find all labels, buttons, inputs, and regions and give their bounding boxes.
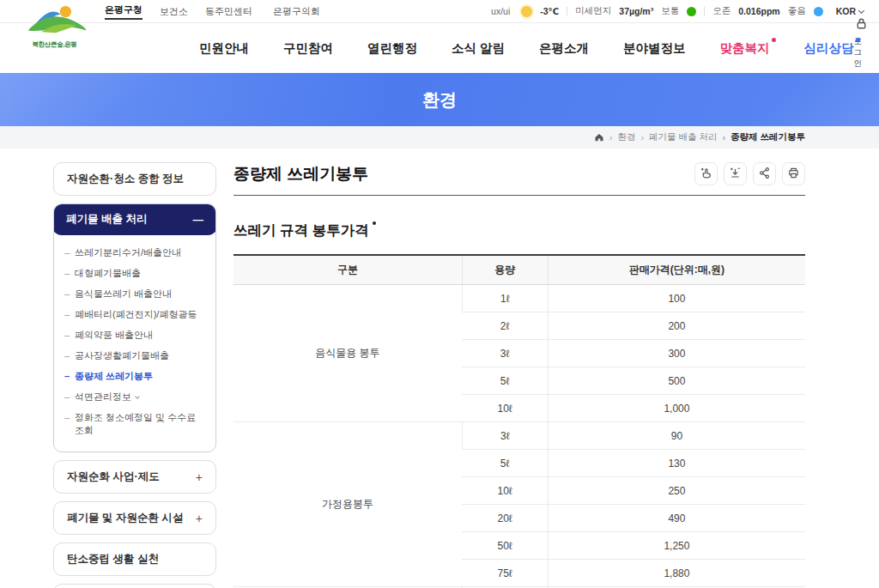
print-icon [787, 167, 800, 182]
table-cell-category: 가정용봉투 [233, 422, 462, 587]
sidebar-subitem-석면관리정보[interactable]: 석면관리정보 [64, 387, 205, 408]
divider [567, 7, 567, 15]
table-cell-price: 500 [548, 367, 805, 395]
sidebar-subitem-정화조 청소예정일 및 수수료 조회[interactable]: 정화조 청소예정일 및 수수료 조회 [64, 408, 205, 442]
scrap-download-button[interactable] [724, 162, 747, 185]
hand-touch-icon [700, 167, 712, 182]
ozone-value: 0.016ppm [738, 6, 779, 16]
table-cell-volume: 2ℓ [462, 312, 548, 340]
breadcrumb-item[interactable]: 종량제 쓰레기봉투 [722, 131, 805, 143]
content: 자원순환·청소 종합 정보폐기물 배출 처리—쓰레기분리수거/배출안내대형폐기물… [53, 162, 805, 588]
sidebar-item-폐기물 및 자원순환 시설[interactable]: 폐기물 및 자원순환 시설+ [53, 501, 216, 535]
logo-text: 북한산큰숲,은평 [14, 40, 95, 49]
section-title: 쓰레기 규격 봉투가격 [233, 221, 369, 240]
sidebar-item-label: 탄소중립 생활 실천 [67, 552, 159, 567]
page-title: 종량제 쓰레기봉투 [233, 163, 368, 185]
page-tools [694, 162, 805, 185]
language-label: KOR [836, 6, 856, 16]
nav-item-열린행정[interactable]: 열린행정 [367, 40, 417, 57]
language-selector[interactable]: KOR [836, 6, 864, 16]
sidebar-subitem-폐의약품 배출안내[interactable]: 폐의약품 배출안내 [64, 325, 205, 346]
table-cell-category: 음식물용 봉투 [233, 285, 462, 422]
dust-status: 보통 [661, 5, 679, 17]
lock-icon [854, 16, 869, 34]
table-cell-price: 100 [548, 285, 805, 312]
sidebar-subitem-공사장생활폐기물배출[interactable]: 공사장생활폐기물배출 [64, 346, 205, 367]
temperature: -3℃ [540, 6, 559, 16]
sidebar-item-무더위쉼터[interactable]: 무더위쉼터 [53, 584, 216, 588]
action-로그인[interactable]: 로그인 [854, 16, 869, 81]
family-site-link[interactable]: 은평구청 [105, 3, 142, 20]
family-site-links: 은평구청보건소동주민센터은평구의회 [105, 3, 320, 20]
main-navigation: 민원안내구민참여열린행정소식 알림은평소개분야별정보맞춤복지심리상담 [199, 40, 854, 57]
sidebar-group-header[interactable]: 폐기물 배출 처리— [53, 203, 216, 235]
table-cell-price: 90 [548, 422, 805, 450]
sidebar-subitem-음식물쓰레기 배출안내[interactable]: 음식물쓰레기 배출안내 [64, 284, 205, 305]
table-cell-price: 1,250 [548, 532, 805, 560]
sidebar-group-폐기물 배출 처리: 폐기물 배출 처리—쓰레기분리수거/배출안내대형폐기물배출음식물쓰레기 배출안내… [53, 203, 216, 452]
table-header-row: 구분용량판매가격(단위:매,원) [233, 255, 805, 285]
family-site-link[interactable]: 동주민센터 [205, 5, 252, 18]
table-cell-price: 490 [548, 505, 805, 532]
sidebar-subitem-쓰레기분리수거/배출안내[interactable]: 쓰레기분리수거/배출안내 [64, 243, 205, 264]
family-site-label: 은평구의회 [273, 5, 320, 18]
plus-icon: + [196, 512, 203, 525]
sidebar-item-자원순환·청소 종합 정보[interactable]: 자원순환·청소 종합 정보 [53, 162, 216, 196]
site-logo[interactable]: 북한산큰숲,은평 [14, 4, 95, 49]
utility-bar: 은평구청보건소동주민센터은평구의회 ux/ui -3℃ 미세먼지 37µg/m³… [0, 0, 879, 23]
table-cell-volume: 10ℓ [462, 395, 548, 422]
sidebar-submenu: 쓰레기분리수거/배출안내대형폐기물배출음식물쓰레기 배출안내폐배터리(폐건전지)… [54, 234, 215, 452]
breadcrumb-items: 환경폐기물 배출 처리종량제 쓰레기봉투 [609, 131, 805, 143]
breadcrumb-item[interactable]: 환경 [609, 131, 636, 143]
sidebar-subitem-종량제 쓰레기봉투[interactable]: 종량제 쓰레기봉투 [64, 367, 205, 387]
ux-label: ux/ui [491, 6, 510, 16]
share-button[interactable] [753, 162, 776, 185]
nav-item-은평소개[interactable]: 은평소개 [539, 40, 589, 57]
table-column-header: 용량 [462, 255, 548, 285]
hand-touch-button[interactable] [694, 162, 718, 185]
nav-item-구민참여[interactable]: 구민참여 [283, 40, 333, 57]
nav-item-민원안내[interactable]: 민원안내 [199, 40, 249, 57]
sidebar-item-label: 자원순화 사업·제도 [67, 470, 160, 484]
table-cell-volume: 3ℓ [462, 340, 548, 367]
family-site-link[interactable]: 보건소 [160, 5, 188, 18]
sidebar-item-label: 폐기물 및 자원순환 시설 [67, 511, 183, 525]
table-cell-price: 250 [548, 477, 805, 505]
home-icon[interactable] [594, 132, 604, 142]
breadcrumb-item[interactable]: 폐기물 배출 처리 [640, 131, 717, 143]
table-row: 음식물용 봉투1ℓ100 [233, 285, 805, 312]
sidebar: 자원순환·청소 종합 정보폐기물 배출 처리—쓰레기분리수거/배출안내대형폐기물… [53, 162, 216, 588]
sidebar-group-label: 폐기물 배출 처리 [66, 212, 147, 227]
nav-item-심리상담[interactable]: 심리상담 [804, 40, 854, 57]
table-cell-volume: 1ℓ [462, 285, 548, 312]
nav-item-소식 알림[interactable]: 소식 알림 [452, 40, 505, 57]
family-site-label: 동주민센터 [205, 5, 252, 18]
table-cell-price: 200 [548, 312, 805, 340]
table-cell-price: 300 [548, 340, 805, 367]
minus-icon: — [193, 214, 204, 226]
nav-item-맞춤복지[interactable]: 맞춤복지 [720, 40, 770, 57]
share-icon [758, 167, 771, 182]
table-cell-volume: 20ℓ [462, 505, 548, 532]
sidebar-item-자원순화 사업·제도[interactable]: 자원순화 사업·제도+ [53, 460, 216, 494]
sidebar-subitem-폐배터리(폐건전지)/폐형광등[interactable]: 폐배터리(폐건전지)/폐형광등 [64, 305, 205, 325]
table-cell-price: 1,880 [548, 560, 805, 587]
page-banner: 환경 [0, 73, 879, 126]
dust-value: 37µg/m³ [619, 6, 653, 16]
chevron-down-icon [131, 391, 139, 402]
notification-dot-icon [772, 38, 776, 42]
table-cell-volume: 3ℓ [462, 422, 548, 450]
title-divider [233, 195, 805, 196]
table-cell-volume: 75ℓ [462, 560, 548, 587]
sidebar-item-탄소중립 생활 실천[interactable]: 탄소중립 생활 실천 [53, 543, 216, 576]
family-site-link[interactable]: 은평구의회 [270, 5, 320, 18]
table-cell-volume: 50ℓ [462, 532, 548, 560]
ozone-status: 좋음 [788, 5, 806, 17]
family-site-label: 은평구청 [105, 3, 142, 16]
sidebar-subitem-대형폐기물배출[interactable]: 대형폐기물배출 [64, 264, 205, 284]
breadcrumb: 환경폐기물 배출 처리종량제 쓰레기봉투 [53, 131, 805, 143]
nav-item-분야별정보[interactable]: 분야별정보 [623, 40, 686, 57]
dust-status-icon [687, 7, 696, 16]
print-button[interactable] [782, 162, 805, 185]
ozone-label: 오존 [712, 5, 730, 17]
